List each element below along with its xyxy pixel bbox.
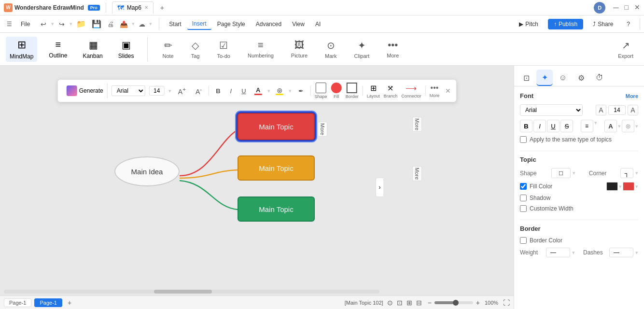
corner-dropdown[interactable]: ▾ <box>635 170 638 176</box>
topic-node-top[interactable]: Main Topic <box>238 113 315 140</box>
help-button[interactable]: ? <box>623 19 634 29</box>
minimize-button[interactable]: ─ <box>613 3 618 12</box>
cloud-dropdown[interactable]: ▾ <box>149 21 152 27</box>
current-page-tab[interactable]: Page-1 <box>34 298 62 307</box>
map-tab[interactable]: 🗺 Map6 ✕ <box>112 1 154 14</box>
close-button[interactable]: ✕ <box>634 3 640 12</box>
undo-button[interactable]: ↩ <box>38 19 49 29</box>
toolbar-kanban[interactable]: ▦ Kanban <box>79 37 106 61</box>
export-quick-button[interactable]: 📤 <box>118 20 130 28</box>
toolbar-note[interactable]: ✏ Note <box>157 38 178 61</box>
user-avatar[interactable]: D <box>594 2 605 14</box>
panel-tab-emoji[interactable]: ☺ <box>555 70 571 86</box>
font-name-select[interactable]: Arial <box>112 85 145 96</box>
connector-group[interactable]: ⟶ Connector <box>401 84 421 98</box>
new-tab-button[interactable]: + <box>157 3 167 13</box>
panel-tab-timer[interactable]: ⏱ <box>591 70 608 86</box>
main-idea-node[interactable]: Main Idea <box>114 156 180 186</box>
more-button-right-top[interactable]: More <box>412 117 422 132</box>
panel-font-size-decrease[interactable]: A <box>596 105 606 115</box>
font-decrease-button[interactable]: A- <box>193 84 205 97</box>
more-group[interactable]: ••• More <box>430 84 440 98</box>
shadow-checkbox[interactable] <box>520 195 527 201</box>
strikethrough-style-btn[interactable]: S <box>560 120 573 132</box>
publish-button[interactable]: ↑ Publish <box>548 19 583 29</box>
highlight-color-button[interactable]: ◎ <box>274 85 285 96</box>
panel-collapse-button[interactable]: › <box>376 178 383 197</box>
font-color-button[interactable]: A <box>253 85 264 96</box>
topic-node-middle[interactable]: Main Topic <box>238 155 315 181</box>
cloud-button[interactable]: ☁ <box>137 20 147 28</box>
border-color-dropdown[interactable]: ▾ <box>619 183 622 190</box>
toolbar-slides[interactable]: ▣ Slides <box>114 37 138 61</box>
zoom-slider[interactable] <box>434 301 473 304</box>
shape-group[interactable]: Shape <box>315 83 327 99</box>
floating-toolbar-close[interactable]: ✕ <box>445 87 451 95</box>
menu-item-start[interactable]: Start <box>164 19 186 29</box>
open-local-button[interactable]: 📁 <box>74 19 88 28</box>
bold-style-btn[interactable]: B <box>520 120 532 132</box>
italic-style-btn[interactable]: I <box>533 120 546 132</box>
export-dropdown[interactable]: ▾ <box>132 21 135 27</box>
zoom-out-button[interactable]: − <box>428 299 432 307</box>
zoom-slider-thumb[interactable] <box>453 300 459 306</box>
print-button[interactable]: 🖨 <box>105 20 116 28</box>
italic-button[interactable]: I <box>227 86 235 96</box>
border-color-swatch[interactable] <box>606 182 618 191</box>
corner-selector[interactable]: ┐ <box>620 168 633 178</box>
layout-group[interactable]: ⊞ Layout <box>367 84 380 98</box>
toolbar-more-insert[interactable]: ••• More <box>382 38 404 60</box>
topic-node-bottom[interactable]: Main Topic <box>238 197 315 222</box>
maximize-button[interactable]: □ <box>625 3 629 12</box>
underline-button[interactable]: U <box>238 86 249 96</box>
toolbar-export[interactable]: ↗ Export <box>613 38 638 61</box>
highlight-dropdown[interactable]: ▾ <box>635 123 638 129</box>
panel-tab-ai[interactable]: ✦ <box>536 70 553 86</box>
fill-color-swatch[interactable] <box>623 182 634 191</box>
dashes-selector[interactable]: — <box>609 248 633 257</box>
redo-dropdown[interactable]: ▾ <box>70 21 72 27</box>
redo-button[interactable]: ↪ <box>56 19 68 29</box>
toolbar-todo[interactable]: ☑ To-do <box>212 38 235 61</box>
toolbar-numbering[interactable]: ≡ Numbering <box>243 38 279 60</box>
toolbar-tag[interactable]: ◇ Tag <box>186 38 205 61</box>
zoom-in-button[interactable]: + <box>476 299 480 307</box>
weight-dropdown[interactable]: ▾ <box>572 250 575 256</box>
fill-color-checkbox[interactable] <box>520 183 527 190</box>
map-tab-close[interactable]: ✕ <box>144 5 148 10</box>
weight-selector[interactable]: — <box>546 248 570 257</box>
fill-group[interactable]: Fill <box>331 83 342 99</box>
font-more-link[interactable]: More <box>626 93 638 99</box>
underline-style-btn[interactable]: U <box>547 120 560 132</box>
menu-item-pagestyle[interactable]: Page Style <box>212 19 250 29</box>
border-group[interactable]: Border <box>346 83 359 99</box>
more-button-top[interactable]: More <box>318 122 327 137</box>
font-increase-button[interactable]: A+ <box>175 84 189 97</box>
menu-item-insert[interactable]: Insert <box>187 18 211 30</box>
panel-font-size-input[interactable] <box>608 105 626 115</box>
more-button-right-bottom[interactable]: More <box>412 166 422 181</box>
apply-same-checkbox[interactable] <box>520 136 527 143</box>
horizontal-scrollbar[interactable] <box>4 290 379 294</box>
pitch-button[interactable]: ▶ Pitch <box>515 19 542 29</box>
shape-dropdown[interactable]: ▾ <box>573 170 575 176</box>
menu-item-ai[interactable]: AI <box>310 19 325 29</box>
menu-item-advanced[interactable]: Advanced <box>251 19 286 29</box>
panel-tab-format[interactable]: ⊡ <box>518 70 534 86</box>
align-left-btn[interactable]: ≡ <box>581 120 593 132</box>
border-color-checkbox[interactable] <box>520 237 527 244</box>
sidebar-toggle[interactable]: ☰ <box>4 19 15 29</box>
customize-width-checkbox[interactable] <box>520 205 527 212</box>
text-color-btn[interactable]: A <box>604 120 617 132</box>
highlight-color-btn[interactable]: ◎ <box>622 120 634 132</box>
font-size-dropdown[interactable]: ▾ <box>168 88 171 94</box>
toolbar-outline[interactable]: ≡ Outline <box>45 37 71 61</box>
panel-tab-settings[interactable]: ⚙ <box>573 70 589 86</box>
text-color-dropdown[interactable]: ▾ <box>618 123 621 129</box>
generate-button[interactable]: Generate <box>63 84 108 98</box>
toolbar-mark[interactable]: ⊙ Mark <box>320 38 341 61</box>
paint-bucket-button[interactable]: ✒ <box>295 86 307 96</box>
toolbar-clipart[interactable]: ✦ Clipart <box>350 38 375 61</box>
share-button[interactable]: ⤴ Share <box>589 19 617 29</box>
font-color-dropdown[interactable]: ▾ <box>267 88 270 94</box>
